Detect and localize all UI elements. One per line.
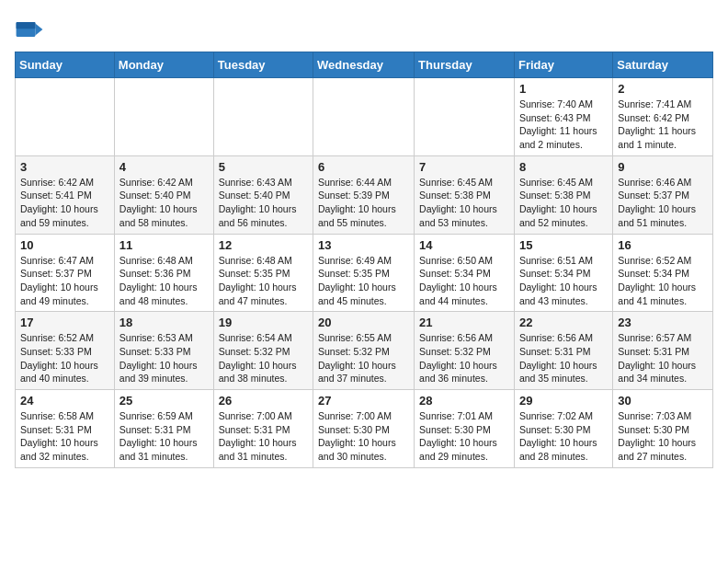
- day-info: Sunrise: 7:00 AM Sunset: 5:30 PM Dayligh…: [318, 409, 409, 464]
- logo-icon: [15, 15, 44, 44]
- weekday-header-wednesday: Wednesday: [313, 52, 415, 78]
- calendar-cell-5-5: 28Sunrise: 7:01 AM Sunset: 5:30 PM Dayli…: [415, 390, 515, 468]
- day-info: Sunrise: 6:42 AM Sunset: 5:41 PM Dayligh…: [20, 176, 109, 230]
- svg-marker-1: [35, 24, 42, 36]
- day-number: 2: [618, 82, 708, 96]
- calendar-cell-2-4: 6Sunrise: 6:44 AM Sunset: 5:39 PM Daylig…: [313, 155, 415, 234]
- weekday-header-saturday: Saturday: [613, 52, 713, 78]
- day-number: 14: [419, 238, 509, 252]
- day-info: Sunrise: 6:43 AM Sunset: 5:40 PM Dayligh…: [219, 176, 308, 230]
- day-info: Sunrise: 6:46 AM Sunset: 5:37 PM Dayligh…: [618, 176, 708, 230]
- day-number: 18: [119, 316, 209, 329]
- day-number: 3: [20, 160, 109, 174]
- calendar-cell-2-5: 7Sunrise: 6:45 AM Sunset: 5:38 PM Daylig…: [415, 155, 515, 234]
- day-info: Sunrise: 6:45 AM Sunset: 5:38 PM Dayligh…: [419, 176, 509, 230]
- day-number: 17: [20, 316, 109, 329]
- day-number: 30: [618, 394, 708, 408]
- day-number: 13: [318, 238, 409, 252]
- day-info: Sunrise: 6:53 AM Sunset: 5:33 PM Dayligh…: [119, 331, 209, 385]
- calendar-cell-5-2: 25Sunrise: 6:59 AM Sunset: 5:31 PM Dayli…: [114, 390, 213, 468]
- weekday-header-tuesday: Tuesday: [213, 52, 313, 78]
- weekday-header-thursday: Thursday: [415, 52, 515, 78]
- day-info: Sunrise: 6:57 AM Sunset: 5:31 PM Dayligh…: [618, 331, 708, 385]
- calendar-cell-5-7: 30Sunrise: 7:03 AM Sunset: 5:30 PM Dayli…: [613, 390, 713, 468]
- week-row-1: 1Sunrise: 7:40 AM Sunset: 6:43 PM Daylig…: [16, 78, 713, 156]
- calendar-cell-5-3: 26Sunrise: 7:00 AM Sunset: 5:31 PM Dayli…: [213, 390, 313, 468]
- calendar-cell-3-3: 12Sunrise: 6:48 AM Sunset: 5:35 PM Dayli…: [213, 234, 313, 312]
- calendar-cell-2-7: 9Sunrise: 6:46 AM Sunset: 5:37 PM Daylig…: [613, 155, 713, 234]
- day-number: 4: [119, 160, 209, 174]
- day-info: Sunrise: 6:51 AM Sunset: 5:34 PM Dayligh…: [519, 254, 608, 308]
- day-number: 5: [219, 160, 308, 174]
- day-number: 20: [318, 316, 409, 329]
- calendar-cell-1-7: 2Sunrise: 7:41 AM Sunset: 6:42 PM Daylig…: [613, 78, 713, 156]
- day-number: 25: [119, 394, 209, 408]
- day-number: 12: [219, 238, 308, 252]
- day-info: Sunrise: 6:42 AM Sunset: 5:40 PM Dayligh…: [119, 176, 209, 230]
- calendar-cell-4-4: 20Sunrise: 6:55 AM Sunset: 5:32 PM Dayli…: [313, 312, 415, 390]
- day-info: Sunrise: 7:01 AM Sunset: 5:30 PM Dayligh…: [419, 409, 509, 464]
- logo: [15, 15, 46, 44]
- day-number: 15: [519, 238, 608, 252]
- calendar-cell-1-4: [313, 78, 415, 156]
- day-info: Sunrise: 6:48 AM Sunset: 5:36 PM Dayligh…: [119, 254, 209, 308]
- day-number: 26: [219, 394, 308, 408]
- day-number: 11: [119, 238, 209, 252]
- weekday-header-monday: Monday: [114, 52, 213, 78]
- day-number: 1: [519, 82, 608, 96]
- week-row-4: 17Sunrise: 6:52 AM Sunset: 5:33 PM Dayli…: [16, 312, 713, 390]
- calendar-cell-4-5: 21Sunrise: 6:56 AM Sunset: 5:32 PM Dayli…: [415, 312, 515, 390]
- calendar-cell-3-7: 16Sunrise: 6:52 AM Sunset: 5:34 PM Dayli…: [613, 234, 713, 312]
- day-info: Sunrise: 6:50 AM Sunset: 5:34 PM Dayligh…: [419, 254, 509, 308]
- day-number: 27: [318, 394, 409, 408]
- weekday-header-friday: Friday: [514, 52, 612, 78]
- day-info: Sunrise: 7:41 AM Sunset: 6:42 PM Dayligh…: [618, 98, 708, 152]
- calendar-cell-5-4: 27Sunrise: 7:00 AM Sunset: 5:30 PM Dayli…: [313, 390, 415, 468]
- day-number: 10: [20, 238, 109, 252]
- day-number: 19: [219, 316, 308, 329]
- header: [15, 9, 713, 44]
- day-info: Sunrise: 6:49 AM Sunset: 5:35 PM Dayligh…: [318, 254, 409, 308]
- calendar-cell-3-5: 14Sunrise: 6:50 AM Sunset: 5:34 PM Dayli…: [415, 234, 515, 312]
- day-info: Sunrise: 6:56 AM Sunset: 5:31 PM Dayligh…: [519, 331, 608, 385]
- calendar-cell-1-1: [16, 78, 115, 156]
- week-row-3: 10Sunrise: 6:47 AM Sunset: 5:37 PM Dayli…: [16, 234, 713, 312]
- calendar-cell-4-3: 19Sunrise: 6:54 AM Sunset: 5:32 PM Dayli…: [213, 312, 313, 390]
- day-number: 22: [519, 316, 608, 329]
- weekday-header-sunday: Sunday: [16, 52, 115, 78]
- day-info: Sunrise: 6:59 AM Sunset: 5:31 PM Dayligh…: [119, 409, 209, 464]
- calendar-table: SundayMondayTuesdayWednesdayThursdayFrid…: [15, 52, 713, 468]
- calendar-cell-3-6: 15Sunrise: 6:51 AM Sunset: 5:34 PM Dayli…: [514, 234, 612, 312]
- day-info: Sunrise: 6:52 AM Sunset: 5:34 PM Dayligh…: [618, 254, 708, 308]
- day-info: Sunrise: 7:03 AM Sunset: 5:30 PM Dayligh…: [618, 409, 708, 464]
- calendar-header: SundayMondayTuesdayWednesdayThursdayFrid…: [16, 52, 713, 78]
- day-number: 8: [519, 160, 608, 174]
- day-info: Sunrise: 7:40 AM Sunset: 6:43 PM Dayligh…: [519, 98, 608, 152]
- calendar-cell-1-2: [114, 78, 213, 156]
- day-info: Sunrise: 6:45 AM Sunset: 5:38 PM Dayligh…: [519, 176, 608, 230]
- calendar-cell-4-1: 17Sunrise: 6:52 AM Sunset: 5:33 PM Dayli…: [16, 312, 115, 390]
- calendar-cell-5-1: 24Sunrise: 6:58 AM Sunset: 5:31 PM Dayli…: [16, 390, 115, 468]
- day-info: Sunrise: 6:55 AM Sunset: 5:32 PM Dayligh…: [318, 331, 409, 385]
- day-info: Sunrise: 6:52 AM Sunset: 5:33 PM Dayligh…: [20, 331, 109, 385]
- calendar-body: 1Sunrise: 7:40 AM Sunset: 6:43 PM Daylig…: [16, 78, 713, 468]
- day-number: 6: [318, 160, 409, 174]
- day-info: Sunrise: 6:48 AM Sunset: 5:35 PM Dayligh…: [219, 254, 308, 308]
- calendar-cell-4-6: 22Sunrise: 6:56 AM Sunset: 5:31 PM Dayli…: [514, 312, 612, 390]
- day-info: Sunrise: 7:00 AM Sunset: 5:31 PM Dayligh…: [219, 409, 308, 464]
- day-info: Sunrise: 6:47 AM Sunset: 5:37 PM Dayligh…: [20, 254, 109, 308]
- svg-rect-2: [17, 22, 36, 29]
- day-number: 7: [419, 160, 509, 174]
- day-number: 16: [618, 238, 708, 252]
- day-info: Sunrise: 6:58 AM Sunset: 5:31 PM Dayligh…: [20, 409, 109, 464]
- calendar-cell-2-1: 3Sunrise: 6:42 AM Sunset: 5:41 PM Daylig…: [16, 155, 115, 234]
- calendar-cell-2-6: 8Sunrise: 6:45 AM Sunset: 5:38 PM Daylig…: [514, 155, 612, 234]
- calendar-cell-1-3: [213, 78, 313, 156]
- weekday-header-row: SundayMondayTuesdayWednesdayThursdayFrid…: [16, 52, 713, 78]
- day-number: 29: [519, 394, 608, 408]
- calendar-cell-4-2: 18Sunrise: 6:53 AM Sunset: 5:33 PM Dayli…: [114, 312, 213, 390]
- calendar-cell-3-2: 11Sunrise: 6:48 AM Sunset: 5:36 PM Dayli…: [114, 234, 213, 312]
- day-number: 28: [419, 394, 509, 408]
- calendar-cell-2-3: 5Sunrise: 6:43 AM Sunset: 5:40 PM Daylig…: [213, 155, 313, 234]
- calendar-cell-4-7: 23Sunrise: 6:57 AM Sunset: 5:31 PM Dayli…: [613, 312, 713, 390]
